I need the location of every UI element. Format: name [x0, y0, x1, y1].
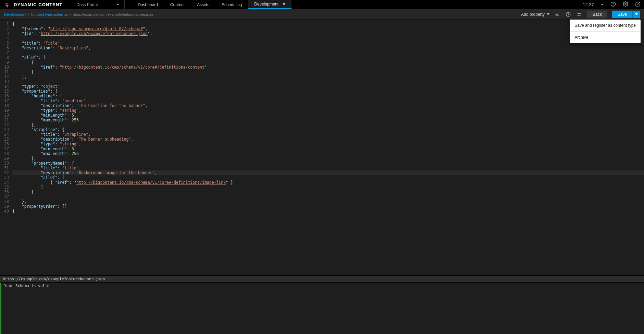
brand-title: DYNAMIC CONTENT — [14, 2, 62, 7]
code-line[interactable]: "allOf": [ — [12, 175, 644, 180]
code-line[interactable]: "propertyOrder": [] — [12, 204, 644, 209]
code-line[interactable]: "minLength": 5, — [12, 146, 644, 151]
line-gutter: 1234567891011121314151617181920212223242… — [0, 20, 12, 275]
hub-switcher[interactable]: Docs Portal — [71, 0, 125, 9]
code-line[interactable]: }, — [12, 156, 644, 161]
code-line[interactable]: "strapline": { — [12, 127, 644, 132]
svg-point-2 — [625, 3, 626, 5]
save-dropdown-menu: Save and register as content type Archiv… — [570, 20, 641, 43]
code-line[interactable]: "propertyName1": { — [12, 161, 644, 166]
code-line[interactable]: "title": "Title", — [12, 41, 644, 46]
svg-point-3 — [580, 13, 581, 14]
save-button-group: Save — [612, 11, 640, 18]
code-content[interactable]: { "$schema": "http://json-schema.org/dra… — [12, 20, 644, 275]
code-line[interactable]: } — [12, 190, 644, 194]
code-line[interactable]: "maxLength": 256 — [12, 118, 644, 122]
code-line[interactable] — [12, 194, 644, 199]
breadcrumb-schemas[interactable]: Content type schemas — [31, 12, 68, 16]
validation-panel: https://example.com/examplefeaturebanner… — [0, 275, 644, 334]
code-line[interactable]: }, — [12, 199, 644, 204]
code-line[interactable] — [12, 36, 644, 41]
code-line[interactable]: { — [12, 60, 644, 65]
topbar: DYNAMIC CONTENT Docs Portal DashboardCon… — [0, 0, 644, 9]
breadcrumb-development[interactable]: Development — [4, 12, 26, 16]
back-button[interactable]: Back — [587, 11, 607, 18]
save-button[interactable]: Save — [612, 11, 632, 18]
subbar: Development / Content type schemas / htt… — [0, 9, 644, 20]
code-line[interactable]: "type": "object", — [12, 84, 644, 89]
save-register-menuitem[interactable]: Save and register as content type — [570, 20, 641, 31]
topbar-right: 12:37 — [583, 1, 641, 8]
validation-tab[interactable]: https://example.com/examplefeaturebanner… — [0, 275, 644, 283]
code-line[interactable]: "description": "Background image for the… — [12, 170, 644, 175]
add-property-label: Add property — [521, 12, 545, 17]
settings-sliders-icon[interactable] — [576, 11, 582, 17]
add-property-button[interactable]: Add property — [521, 12, 549, 17]
code-line[interactable]: "type": "string", — [12, 108, 644, 113]
code-line[interactable] — [12, 50, 644, 55]
code-line[interactable]: { "$ref": "http://bigcontent.io/cms/sche… — [12, 180, 644, 185]
chevron-down-icon — [635, 13, 638, 15]
help-icon[interactable] — [610, 1, 616, 8]
nav-development[interactable]: Development — [248, 0, 292, 9]
code-line[interactable]: "$id": "https://example.com/examplefeatu… — [12, 31, 644, 36]
format-icon[interactable] — [554, 11, 560, 17]
nav-dashboard[interactable]: Dashboard — [132, 0, 164, 9]
code-line[interactable]: "maxLength": 256 — [12, 151, 644, 156]
chevron-down-icon — [283, 3, 285, 5]
nav-content[interactable]: Content — [164, 0, 191, 9]
code-line[interactable]: "title": "Strapline", — [12, 132, 644, 137]
chevron-down-icon — [116, 4, 119, 5]
code-line[interactable]: "$schema": "http://json-schema.org/draft… — [12, 26, 644, 31]
chevron-down-icon — [547, 13, 549, 15]
subbar-actions: Add property Back Save — [521, 11, 640, 18]
breadcrumb-file: https://example.com/examplefeaturebanner… — [73, 12, 153, 16]
code-line[interactable]: "$ref": "http://bigcontent.io/cms/schema… — [12, 65, 644, 70]
validation-message: Your Schema is valid — [0, 283, 644, 334]
code-line[interactable]: "description": "The banner subheading", — [12, 137, 644, 142]
brand-logo-icon — [3, 1, 10, 8]
code-line[interactable]: "title": "title", — [12, 166, 644, 170]
code-line[interactable]: "headline": { — [12, 94, 644, 98]
nav-assets[interactable]: Assets — [191, 0, 215, 9]
code-line[interactable]: "minLength": 5, — [12, 113, 644, 118]
code-line[interactable]: "description": "Description", — [12, 46, 644, 50]
code-editor[interactable]: 1234567891011121314151617181920212223242… — [0, 20, 644, 275]
history-icon[interactable] — [565, 11, 571, 17]
svg-point-4 — [578, 15, 579, 16]
gear-icon[interactable] — [623, 1, 628, 8]
code-line[interactable]: }, — [12, 122, 644, 127]
main-nav: DashboardContentAssetsSchedulingDevelopm… — [132, 0, 292, 9]
hub-label: Docs Portal — [76, 2, 98, 7]
code-line[interactable] — [12, 79, 644, 84]
open-external-icon[interactable] — [635, 1, 641, 8]
code-line[interactable]: "type": "string", — [12, 142, 644, 146]
code-line[interactable]: { — [12, 22, 644, 26]
code-line[interactable]: "description": "The headline for the ban… — [12, 103, 644, 108]
chevron-down-icon[interactable] — [601, 4, 604, 5]
save-dropdown-toggle[interactable] — [632, 11, 640, 18]
code-line[interactable]: "title": "headline", — [12, 98, 644, 103]
archive-menuitem[interactable]: Archive — [570, 32, 641, 43]
code-line[interactable]: ], — [12, 74, 644, 79]
code-line[interactable]: ] — [12, 185, 644, 190]
code-line[interactable]: "allOf": [ — [12, 55, 644, 60]
svg-point-1 — [613, 5, 614, 5]
nav-scheduling[interactable]: Scheduling — [215, 0, 248, 9]
code-line[interactable]: } — [12, 70, 644, 74]
code-line[interactable]: } — [12, 209, 644, 214]
code-line[interactable]: "properties": { — [12, 89, 644, 94]
clock: 12:37 — [583, 2, 594, 7]
